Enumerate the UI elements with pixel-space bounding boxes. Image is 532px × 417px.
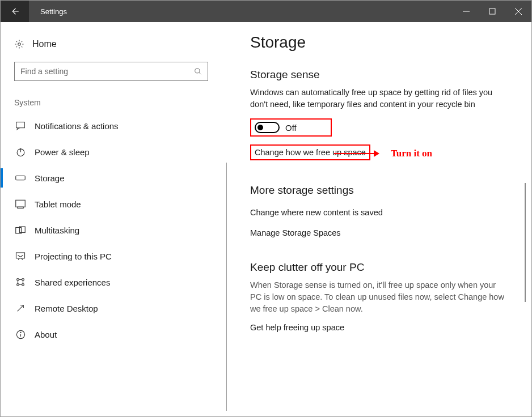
svg-point-16 [17, 279, 19, 281]
sidebar-item-label: Power & sleep [35, 147, 90, 157]
sidebar-item-tablet[interactable]: Tablet mode [14, 191, 208, 217]
svg-rect-10 [16, 176, 26, 180]
toggle-switch-icon [255, 122, 280, 133]
power-icon [16, 147, 26, 157]
search-input[interactable]: Find a setting [14, 62, 208, 81]
sidebar-home[interactable]: Home [14, 39, 208, 49]
annotation: Turn it on [334, 148, 432, 159]
sidebar-item-remote[interactable]: Remote Desktop [14, 295, 208, 321]
back-arrow-icon [10, 6, 20, 16]
sidebar-item-projecting[interactable]: Projecting to this PC [14, 243, 208, 269]
gear-icon [14, 39, 24, 49]
remote-icon [16, 304, 25, 313]
main-panel: Storage Storage sense Windows can automa… [216, 22, 531, 416]
minimize-icon [463, 8, 470, 15]
section-heading-clutter: Keep clutter off your PC [250, 261, 509, 274]
sidebar-item-label: Remote Desktop [35, 304, 98, 313]
svg-rect-11 [16, 200, 26, 207]
minimize-button[interactable] [453, 1, 479, 22]
svg-rect-7 [16, 122, 25, 127]
sidebar-item-about[interactable]: About [14, 321, 208, 347]
message-icon [15, 121, 26, 130]
scrollbar[interactable] [525, 183, 526, 302]
svg-marker-24 [374, 150, 379, 157]
search-placeholder: Find a setting [20, 67, 194, 76]
sidebar-item-label: Multitasking [35, 225, 79, 235]
multitask-icon [15, 226, 26, 234]
sidebar: Home Find a setting System Notifications… [1, 22, 216, 416]
section-heading-storage-sense: Storage sense [250, 69, 509, 81]
svg-point-19 [22, 284, 24, 286]
page-title: Storage [250, 33, 509, 52]
svg-rect-1 [489, 8, 495, 14]
storage-sense-toggle[interactable]: Off [250, 118, 332, 137]
maximize-button[interactable] [479, 1, 505, 22]
back-button[interactable] [1, 1, 29, 22]
svg-point-17 [22, 279, 24, 281]
maximize-icon [489, 8, 496, 15]
window-title: Settings [29, 1, 453, 22]
close-button[interactable] [505, 1, 531, 22]
search-icon [194, 67, 202, 75]
sidebar-item-shared[interactable]: Shared experiences [14, 269, 208, 295]
svg-line-6 [199, 73, 201, 75]
sidebar-item-notifications[interactable]: Notifications & actions [14, 113, 208, 139]
arrow-icon [334, 150, 379, 158]
annotation-text: Turn it on [391, 148, 432, 159]
sidebar-item-label: Shared experiences [35, 278, 110, 287]
sidebar-heading: System [14, 98, 208, 107]
clutter-desc: When Storage sense is turned on, it'll f… [250, 279, 509, 315]
sidebar-item-power[interactable]: Power & sleep [14, 139, 208, 165]
sidebar-home-label: Home [32, 39, 57, 49]
divider-line [226, 163, 227, 411]
svg-point-22 [20, 332, 20, 333]
svg-rect-12 [18, 207, 24, 208]
sidebar-item-label: About [35, 330, 57, 339]
svg-rect-15 [16, 253, 25, 258]
storage-sense-desc: Windows can automatically free up space … [250, 87, 509, 110]
tablet-icon [15, 199, 26, 208]
toggle-state-label: Off [285, 123, 297, 133]
sidebar-item-label: Notifications & actions [35, 121, 119, 131]
storage-icon [15, 175, 26, 181]
info-icon [16, 330, 26, 339]
link-change-save-location[interactable]: Change where new content is saved [250, 208, 509, 217]
titlebar: Settings [1, 1, 531, 22]
sidebar-item-label: Projecting to this PC [35, 252, 112, 261]
project-icon [15, 252, 26, 261]
section-heading-more: More storage settings [250, 184, 509, 197]
sidebar-item-label: Tablet mode [35, 199, 81, 209]
sidebar-item-label: Storage [35, 173, 65, 183]
svg-point-5 [195, 69, 200, 73]
close-icon [515, 8, 522, 15]
svg-point-4 [18, 43, 21, 46]
svg-point-18 [17, 284, 19, 286]
shared-icon [15, 277, 26, 287]
sidebar-item-multitasking[interactable]: Multitasking [14, 217, 208, 243]
link-manage-storage-spaces[interactable]: Manage Storage Spaces [250, 228, 509, 237]
link-get-help[interactable]: Get help freeing up space [250, 323, 509, 332]
sidebar-item-storage[interactable]: Storage [14, 165, 208, 191]
